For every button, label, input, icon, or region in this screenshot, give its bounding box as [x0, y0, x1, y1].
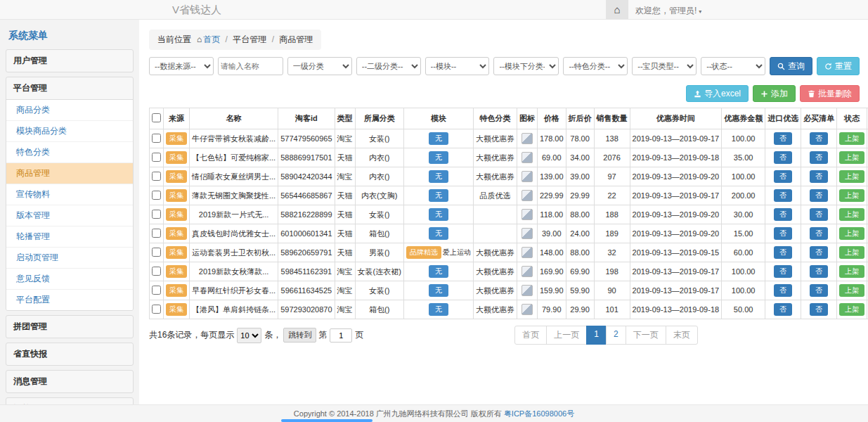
home-button[interactable]: ⌂ — [606, 0, 628, 19]
import-select-toggle[interactable]: 否 — [774, 265, 792, 278]
sidebar-item[interactable]: 模块商品分类 — [6, 121, 133, 142]
status-toggle[interactable]: 上架 — [839, 132, 864, 145]
module-badge[interactable]: 品牌精选 — [406, 246, 441, 259]
page-size-select[interactable]: 10 — [237, 328, 261, 343]
sidebar-item[interactable]: 商品管理 — [6, 163, 133, 184]
row-checkbox[interactable] — [152, 267, 161, 276]
page-button[interactable]: 下一页 — [626, 326, 666, 345]
import-select-toggle[interactable]: 否 — [774, 208, 792, 221]
import-excel-button[interactable]: 导入excel — [686, 85, 749, 102]
must-buy-toggle[interactable]: 否 — [810, 284, 828, 297]
module-badge[interactable]: 无 — [429, 208, 448, 221]
batch-delete-button[interactable]: 批量删除 — [800, 85, 860, 102]
level1-category-select[interactable]: 一级分类 — [287, 57, 352, 75]
horizontal-scrollbar-thumb[interactable] — [281, 419, 373, 422]
sidebar-item[interactable]: 版本管理 — [6, 205, 133, 226]
status-toggle[interactable]: 上架 — [839, 303, 864, 316]
must-buy-toggle[interactable]: 否 — [810, 132, 828, 145]
name-search-input[interactable] — [218, 57, 283, 75]
sidebar-item[interactable]: 意见反馈 — [6, 269, 133, 290]
feature-category-select[interactable]: --特色分类-- — [563, 57, 628, 75]
page-button[interactable]: 首页 — [514, 326, 547, 345]
import-select-toggle[interactable]: 否 — [774, 170, 792, 183]
level2-category-select[interactable]: --二级分类-- — [356, 57, 421, 75]
module-subcategory-select[interactable]: --模块下分类-- — [493, 57, 559, 75]
row-checkbox[interactable] — [152, 305, 161, 314]
module-badge[interactable]: 无 — [429, 303, 448, 316]
import-select-toggle[interactable]: 否 — [774, 151, 792, 164]
sidebar-item[interactable]: 启动页管理 — [6, 248, 133, 269]
must-buy-toggle[interactable]: 否 — [810, 208, 828, 221]
module-badge[interactable]: 无 — [429, 132, 448, 145]
module-select[interactable]: --模块-- — [425, 57, 490, 75]
row-checkbox[interactable] — [152, 210, 161, 219]
must-buy-toggle[interactable]: 否 — [810, 246, 828, 259]
jump-button[interactable]: 跳转到 — [283, 328, 316, 343]
sidebar-section[interactable]: 用户管理 — [6, 50, 133, 72]
row-checkbox[interactable] — [152, 248, 161, 257]
platform-type: 淘宝 — [335, 262, 355, 281]
sidebar-section[interactable]: 省直快报 — [6, 343, 133, 365]
status-toggle[interactable]: 上架 — [839, 170, 864, 183]
status-toggle[interactable]: 上架 — [839, 227, 864, 240]
sidebar-section[interactable]: 平台管理 — [6, 77, 133, 99]
module-badge[interactable]: 无 — [429, 265, 448, 278]
page-button[interactable]: 1 — [586, 326, 607, 345]
row-checkbox[interactable] — [152, 153, 161, 162]
sidebar-item[interactable]: 轮播管理 — [6, 226, 133, 248]
must-buy-toggle[interactable]: 否 — [810, 265, 828, 278]
row-checkbox[interactable] — [152, 286, 161, 295]
data-source-select[interactable]: --数据来源-- — [149, 57, 214, 75]
import-select-toggle[interactable]: 否 — [774, 246, 792, 259]
jump-page-input[interactable] — [330, 328, 352, 343]
sidebar-item[interactable]: 特色分类 — [6, 142, 133, 163]
must-buy-toggle[interactable]: 否 — [810, 303, 828, 316]
reset-button[interactable]: 重置 — [817, 57, 860, 75]
page-button[interactable]: 2 — [606, 326, 626, 345]
discount-price: 59.90 — [566, 281, 594, 300]
row-checkbox[interactable] — [152, 191, 161, 200]
status-select[interactable]: --状态-- — [701, 57, 765, 75]
import-select-toggle[interactable]: 否 — [774, 284, 792, 297]
search-button[interactable]: 查询 — [770, 57, 812, 75]
row-checkbox[interactable] — [152, 229, 161, 238]
sidebar-item[interactable]: 平台配置 — [6, 290, 133, 310]
sidebar-section[interactable]: 拼团管理 — [6, 316, 133, 338]
status-toggle[interactable]: 上架 — [839, 265, 864, 278]
sidebar-section[interactable]: 消息管理 — [6, 371, 133, 392]
page-button[interactable]: 末页 — [666, 326, 698, 345]
must-buy-toggle[interactable]: 否 — [810, 151, 828, 164]
select-all-checkbox[interactable] — [152, 113, 161, 122]
must-buy-toggle[interactable]: 否 — [810, 170, 828, 183]
coupon-time: 2019-09-13—2019-09-18 — [630, 148, 722, 167]
status-toggle[interactable]: 上架 — [839, 246, 864, 259]
page-button[interactable]: 上一页 — [546, 326, 587, 345]
status-toggle[interactable]: 上架 — [839, 151, 864, 164]
import-select-toggle[interactable]: 否 — [774, 303, 792, 316]
module-badge[interactable]: 无 — [429, 284, 448, 297]
import-select-toggle[interactable]: 否 — [774, 189, 792, 202]
row-checkbox[interactable] — [152, 172, 161, 181]
module-badge[interactable]: 无 — [429, 151, 448, 164]
import-select-toggle[interactable]: 否 — [774, 132, 792, 145]
status-toggle[interactable]: 上架 — [839, 189, 864, 202]
item-type-select[interactable]: --宝贝类型-- — [632, 57, 697, 75]
must-buy-toggle[interactable]: 否 — [810, 227, 828, 240]
sidebar-item[interactable]: 宣传物料 — [6, 184, 133, 205]
module-badge[interactable]: 无 — [429, 227, 448, 240]
user-menu[interactable]: 欢迎您，管理员!▾ — [635, 5, 701, 17]
module-badge[interactable]: 无 — [429, 170, 448, 183]
module-badge[interactable]: 无 — [429, 189, 448, 202]
add-button[interactable]: 添加 — [753, 85, 796, 102]
must-buy-toggle[interactable]: 否 — [810, 189, 828, 202]
home-icon: ⌂ — [197, 34, 202, 44]
import-select-toggle[interactable]: 否 — [774, 227, 792, 240]
sales-count: 198 — [594, 262, 630, 281]
row-checkbox[interactable] — [152, 134, 161, 143]
icp-link[interactable]: 粤ICP备16098006号 — [504, 409, 574, 419]
sidebar-item[interactable]: 商品分类 — [6, 100, 133, 121]
status-toggle[interactable]: 上架 — [839, 284, 864, 297]
status-toggle[interactable]: 上架 — [839, 208, 864, 221]
sidebar-section[interactable]: 订单管理 — [6, 398, 133, 404]
breadcrumb-home-link[interactable]: 首页 — [203, 34, 220, 44]
